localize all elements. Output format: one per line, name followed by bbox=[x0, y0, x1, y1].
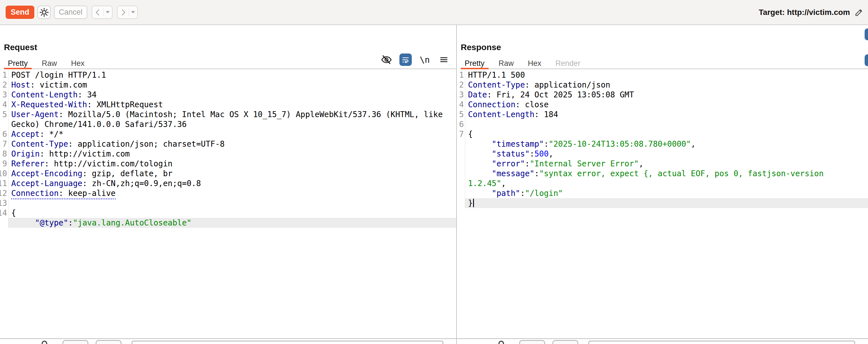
editor-line-text[interactable]: POST /login HTTP/1.1 bbox=[8, 70, 456, 80]
inspector-collapsed-button[interactable] bbox=[865, 54, 868, 66]
editor-line-text[interactable]: "message":"syntax error, expect {, actua… bbox=[465, 169, 868, 188]
editor-line-text[interactable]: Host: victim.com bbox=[8, 80, 456, 90]
editor-line-text[interactable]: Content-Type: application/json; charset=… bbox=[8, 139, 456, 149]
editor-line-text[interactable]: HTTP/1.1 500 bbox=[465, 70, 868, 80]
editor-row: } bbox=[457, 198, 868, 208]
send-settings-button[interactable] bbox=[37, 6, 51, 19]
editor-row: 6Accept: */* bbox=[0, 129, 456, 139]
line-number: 5 bbox=[457, 110, 465, 119]
hide-nonprintable-eye-icon bbox=[380, 54, 392, 65]
line-number: 11 bbox=[0, 178, 8, 188]
editor-row: 7Content-Type: application/json; charset… bbox=[0, 139, 456, 149]
editor-line-text[interactable]: X-Requested-With: XMLHttpRequest bbox=[8, 99, 456, 110]
editor-row: 8Origin: http://victim.com bbox=[0, 149, 456, 159]
hide-nonprintable-button[interactable] bbox=[380, 54, 393, 66]
editor-line-text[interactable]: Content-Length: 184 bbox=[465, 110, 868, 119]
editor-line-text[interactable]: Date: Fri, 24 Oct 2025 13:05:08 GMT bbox=[465, 90, 868, 99]
editor-line-text[interactable]: "status":500, bbox=[465, 149, 868, 159]
response-editor[interactable]: 1HTTP/1.1 5002Content-Type: application/… bbox=[457, 69, 868, 339]
line-number: 2 bbox=[0, 80, 8, 90]
line-number: 13 bbox=[0, 198, 8, 208]
search-next-button[interactable] bbox=[552, 340, 578, 344]
inspector-collapsed-button[interactable] bbox=[865, 28, 868, 40]
editor-line-text[interactable]: Origin: http://victim.com bbox=[8, 149, 456, 159]
history-forward-icon bbox=[120, 8, 127, 16]
editor-line-text[interactable]: Content-Length: 34 bbox=[8, 90, 456, 99]
editor-row: "timestamp":"2025-10-24T13:05:08.780+000… bbox=[457, 139, 868, 149]
editor-line-text[interactable] bbox=[8, 198, 456, 208]
search-input[interactable] bbox=[132, 341, 443, 344]
line-number bbox=[457, 188, 465, 198]
search-next-button[interactable] bbox=[96, 340, 122, 344]
editor-row: 10Accept-Encoding: gzip, deflate, br bbox=[0, 169, 456, 178]
editor-row: 1HTTP/1.1 500 bbox=[457, 70, 868, 80]
editor-line-text[interactable]: } bbox=[465, 198, 868, 208]
line-number: 1 bbox=[457, 70, 465, 80]
history-back-button[interactable] bbox=[92, 6, 113, 19]
editor-line-text[interactable]: Connection: keep-alive bbox=[8, 188, 456, 198]
search-input[interactable] bbox=[588, 341, 855, 344]
response-panel-title: Response bbox=[461, 42, 868, 52]
history-forward-button[interactable] bbox=[117, 6, 138, 19]
button-divider bbox=[103, 8, 104, 17]
send-button[interactable]: Send bbox=[6, 6, 34, 19]
editor-row: 4X-Requested-With: XMLHttpRequest bbox=[0, 99, 456, 110]
editor-row: 5Content-Length: 184 bbox=[457, 110, 868, 119]
text-cursor bbox=[473, 199, 474, 207]
search-prev-button[interactable] bbox=[519, 340, 545, 344]
tab-pretty[interactable]: Pretty bbox=[4, 59, 32, 69]
line-number: 6 bbox=[457, 119, 465, 129]
editor-line-text[interactable]: "path":"/login" bbox=[465, 188, 868, 198]
editor-row: 3Content-Length: 34 bbox=[0, 90, 456, 99]
word-wrap-button[interactable] bbox=[399, 54, 412, 66]
tab-hex[interactable]: Hex bbox=[67, 59, 89, 69]
line-number: 4 bbox=[457, 99, 465, 110]
repeater-toolbar: Send Cancel Target: http://victim.com bbox=[0, 0, 868, 25]
tab-raw[interactable]: Raw bbox=[495, 59, 518, 69]
editor-line-text[interactable]: Referer: http://victim.com/tologin bbox=[8, 159, 456, 169]
editor-line-text[interactable]: "timestamp":"2025-10-24T13:05:08.780+000… bbox=[465, 139, 868, 149]
editor-line-text[interactable]: User-Agent: Mozilla/5.0 (Macintosh; Inte… bbox=[8, 110, 456, 129]
request-search-bar bbox=[0, 340, 456, 344]
tab-raw[interactable]: Raw bbox=[38, 59, 61, 69]
editor-line-text[interactable]: "error":"Internal Server Error", bbox=[465, 159, 868, 169]
target-label: Target: http://victim.com bbox=[758, 8, 850, 17]
editor-row: 11Accept-Language: zh-CN,zh;q=0.9,en;q=0… bbox=[0, 178, 456, 188]
request-panel: Request PrettyRawHex bbox=[0, 25, 456, 344]
line-number: 4 bbox=[0, 99, 8, 110]
editor-row: "path":"/login" bbox=[457, 188, 868, 198]
search-prev-button[interactable] bbox=[62, 340, 88, 344]
editor-line-text[interactable]: Accept-Language: zh-CN,zh;q=0.9,en;q=0.8 bbox=[8, 178, 456, 188]
tab-pretty[interactable]: Pretty bbox=[461, 59, 489, 69]
editor-row: "message":"syntax error, expect {, actua… bbox=[457, 169, 868, 188]
editor-menu-button[interactable] bbox=[438, 54, 450, 66]
editor-row: 6 bbox=[457, 119, 868, 129]
editor-line-text[interactable]: Connection: close bbox=[465, 99, 868, 110]
edit-target-pencil-icon[interactable] bbox=[854, 7, 864, 18]
search-icon bbox=[42, 341, 47, 344]
history-forward-dropdown-icon[interactable] bbox=[131, 11, 135, 13]
cancel-button[interactable]: Cancel bbox=[54, 6, 87, 19]
response-search-bar bbox=[457, 340, 868, 344]
editor-line-text[interactable]: { bbox=[465, 129, 868, 139]
editor-row: "error":"Internal Server Error", bbox=[457, 159, 868, 169]
line-number: 7 bbox=[0, 139, 8, 149]
line-number: 2 bbox=[457, 80, 465, 90]
line-number bbox=[457, 198, 465, 208]
request-editor[interactable]: 1POST /login HTTP/1.12Host: victim.com3C… bbox=[0, 69, 456, 339]
history-back-dropdown-icon[interactable] bbox=[106, 11, 110, 13]
show-newlines-icon: \n bbox=[420, 55, 430, 65]
editor-line-text[interactable]: Accept: */* bbox=[8, 129, 456, 139]
tab-hex[interactable]: Hex bbox=[524, 59, 546, 69]
editor-row: 7{ bbox=[457, 129, 868, 139]
show-newlines-button[interactable]: \n bbox=[418, 54, 431, 66]
editor-row: 14{ bbox=[0, 208, 456, 218]
editor-line-text[interactable]: Content-Type: application/json bbox=[465, 80, 868, 90]
editor-line-text[interactable]: Accept-Encoding: gzip, deflate, br bbox=[8, 169, 456, 178]
editor-line-text[interactable] bbox=[465, 119, 868, 129]
line-number: 3 bbox=[0, 90, 8, 99]
editor-row: 5User-Agent: Mozilla/5.0 (Macintosh; Int… bbox=[0, 110, 456, 129]
request-editor-toolbar: \n bbox=[380, 54, 450, 66]
editor-line-text[interactable]: { bbox=[8, 208, 456, 218]
editor-line-text[interactable]: "@type":"java.lang.AutoCloseable" bbox=[8, 218, 456, 228]
